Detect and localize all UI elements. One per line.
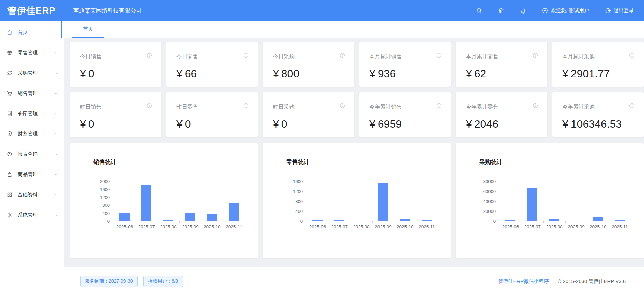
x-axis-labels: 2025-062025-072025-082025-092025-102025-…	[307, 224, 438, 229]
bar	[163, 220, 173, 221]
tab-home[interactable]: 首页	[72, 21, 104, 38]
sidebar-item-home[interactable]: 首页	[0, 22, 64, 43]
topbar-actions: 欢迎您, 测试用户 退出登录	[476, 7, 634, 14]
info-icon[interactable]	[532, 52, 538, 58]
currency-symbol: ¥	[273, 68, 279, 80]
bar-slot	[351, 181, 372, 221]
stat-value: ¥0	[273, 118, 345, 130]
y-axis-label: 1600	[293, 179, 303, 184]
info-icon[interactable]	[629, 103, 635, 109]
stat-value: ¥66	[176, 68, 249, 80]
shopping-bag-icon	[7, 171, 13, 177]
bars	[114, 181, 245, 221]
mini-program-link[interactable]: 管伊佳ERP微信小程序	[498, 278, 549, 285]
stat-amount: 0	[185, 118, 191, 130]
stat-value: ¥0	[80, 118, 152, 130]
platform-button[interactable]	[498, 7, 504, 14]
sidebar-item-purchase[interactable]: 采购管理	[0, 63, 64, 83]
footer-badge[interactable]: 服务到期：2027-09-30	[80, 276, 138, 287]
sidebar-item-base-data[interactable]: 基础资料	[0, 184, 64, 205]
sidebar-item-retail[interactable]: 零售管理	[0, 43, 64, 63]
info-icon[interactable]	[243, 52, 249, 58]
y-axis-label: 800	[295, 199, 303, 204]
copyright-text: © 2015-2030 管伊佳ERP V3.6	[558, 278, 626, 285]
stat-card: 今年累计采购¥106346.53	[552, 92, 644, 137]
logout-icon	[605, 7, 611, 14]
currency-symbol: ¥	[273, 118, 279, 130]
bar-slot	[307, 181, 329, 221]
sidebar-item-sales[interactable]: 销售管理	[0, 83, 64, 103]
logout-button[interactable]: 退出登录	[605, 7, 634, 14]
footer: 服务到期：2027-09-30授权用户：6/8 管伊佳ERP微信小程序 © 20…	[64, 267, 644, 299]
search-button[interactable]	[476, 7, 482, 14]
x-axis-label: 2025-06	[114, 224, 136, 229]
stat-label: 本月累计采购	[562, 53, 635, 60]
info-icon[interactable]	[146, 103, 152, 109]
currency-symbol: ¥	[369, 118, 375, 130]
x-axis-label: 2025-09	[179, 224, 201, 229]
axis-tick	[587, 221, 587, 223]
bar	[207, 214, 217, 221]
stat-label: 本月累计销售	[369, 53, 442, 60]
notifications-button[interactable]	[520, 7, 526, 14]
stat-label: 今年累计采购	[562, 104, 635, 111]
sidebar-item-system[interactable]: 系统管理	[0, 205, 64, 225]
bar	[549, 219, 559, 221]
sidebar-item-label: 零售管理	[18, 50, 38, 56]
search-icon	[476, 7, 482, 14]
stat-amount: 62	[474, 68, 486, 80]
stat-label: 今日零售	[176, 53, 249, 60]
stat-value: ¥800	[273, 68, 345, 80]
bar-slot	[543, 181, 565, 221]
info-icon[interactable]	[243, 103, 249, 109]
info-icon[interactable]	[436, 52, 442, 58]
info-icon[interactable]	[629, 52, 635, 58]
stat-amount: 106346.53	[571, 118, 622, 130]
info-icon[interactable]	[532, 103, 538, 109]
bar	[229, 203, 239, 221]
axis-tick	[609, 221, 609, 223]
info-icon[interactable]	[146, 52, 152, 58]
sidebar-item-reports[interactable]: 报表查询	[0, 144, 64, 164]
chart-plot: 040080012001600	[307, 181, 438, 221]
y-axis-label: 400	[102, 210, 110, 216]
info-icon[interactable]	[339, 103, 345, 109]
chart-plot: 020000400006000080000	[500, 181, 631, 221]
bar-slot	[522, 181, 543, 221]
bar	[185, 213, 195, 221]
x-axis-label: 2025-08	[158, 224, 179, 229]
stat-card: 昨日零售¥0	[166, 92, 258, 137]
chart-plot: 0400800120016002000	[114, 181, 245, 221]
y-axis-label: 0	[493, 219, 496, 224]
chevron-down-icon	[54, 51, 58, 55]
stat-card: 今日采购¥800	[263, 42, 354, 87]
sidebar-item-products[interactable]: 商品管理	[0, 164, 64, 184]
sidebar-item-label: 销售管理	[18, 90, 38, 97]
x-axis-label: 2025-08	[543, 224, 565, 229]
info-icon[interactable]	[339, 52, 345, 58]
footer-badge[interactable]: 授权用户：6/8	[143, 276, 183, 287]
shield-yen-icon	[7, 131, 13, 137]
axis-tick	[351, 221, 351, 223]
stat-amount: 66	[185, 68, 197, 80]
currency-symbol: ¥	[562, 118, 568, 130]
stat-label: 今日销售	[80, 53, 152, 60]
y-axis-label: 40000	[483, 199, 496, 204]
axis-tick	[136, 221, 136, 223]
gift-icon	[7, 50, 13, 56]
stat-amount: 936	[378, 68, 396, 80]
stat-label: 今日采购	[273, 53, 345, 60]
app-logo: 管伊佳ERP	[7, 5, 56, 17]
currency-symbol: ¥	[176, 68, 183, 80]
sidebar-item-finance[interactable]: 财务管理	[0, 124, 64, 144]
bar	[400, 219, 410, 221]
sidebar-item-warehouse[interactable]: 仓库管理	[0, 103, 64, 124]
info-icon[interactable]	[436, 103, 442, 109]
stat-card: 昨日采购¥0	[263, 92, 354, 137]
bar-slot	[565, 181, 587, 221]
axis-tick	[114, 221, 114, 223]
x-axis-label: 2025-07	[522, 224, 543, 229]
bar-slot	[158, 181, 179, 221]
user-menu[interactable]: 欢迎您, 测试用户	[542, 7, 589, 14]
stat-amount: 0	[281, 118, 287, 130]
